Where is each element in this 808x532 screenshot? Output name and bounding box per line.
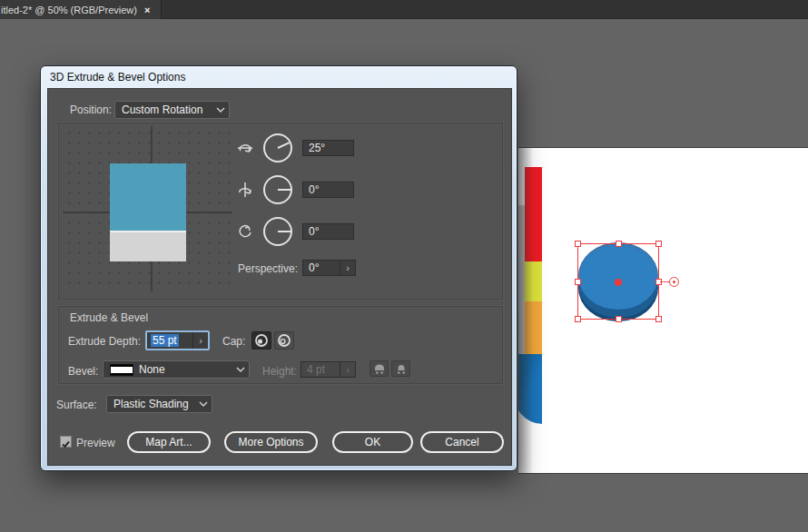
preview-checkbox[interactable]	[60, 436, 72, 448]
dial-needle	[278, 189, 291, 191]
track-cube-face[interactable]	[110, 163, 186, 231]
surface-value: Plastic Shading	[113, 398, 199, 410]
stepper-arrow-icon: ›	[346, 364, 350, 375]
document-tab-bar: itled-2* @ 50% (RGB/Preview) ×	[0, 0, 808, 19]
dial-needle	[278, 231, 291, 232]
map-art-button[interactable]: Map Art...	[127, 431, 211, 453]
extrude-depth-label: Extrude Depth:	[68, 335, 141, 348]
ok-button[interactable]: OK	[332, 431, 413, 453]
selection-handle-middle-left[interactable]	[575, 279, 581, 285]
dialog-drop-shadow	[518, 148, 533, 473]
bevel-extent-out-button	[370, 360, 389, 377]
cap-off-icon	[276, 333, 292, 348]
rotate-z-input[interactable]: 0°	[302, 223, 354, 240]
selection-handle-top-center[interactable]	[616, 241, 622, 247]
bevel-preview-swatch	[110, 364, 133, 376]
dialog-title: 3D Extrude & Bevel Options	[50, 71, 185, 84]
chevron-down-icon	[236, 367, 245, 373]
document-tab-title: itled-2* @ 50% (RGB/Preview)	[0, 5, 137, 15]
height-input: 4 pt	[301, 361, 340, 378]
selection-center-point[interactable]	[615, 279, 622, 286]
height-popup-arrow: ›	[340, 361, 356, 378]
height-label: Height:	[262, 365, 297, 378]
cancel-button[interactable]: Cancel	[420, 431, 504, 453]
cap-on-button[interactable]	[251, 331, 271, 350]
selection-handle-top-left[interactable]	[575, 241, 581, 247]
rotate-z-dial[interactable]	[263, 217, 292, 246]
selection-handle-bottom-right[interactable]	[655, 316, 662, 322]
rotate-x-axis-icon	[237, 140, 253, 156]
perspective-popup-arrow[interactable]: ›	[340, 260, 356, 276]
dialog-content: Position: Custom Rotation 25°	[47, 88, 512, 466]
rotate-x-dial[interactable]	[263, 133, 292, 163]
extrude-bevel-panel: Extrude & Bevel Extrude Depth: 55 pt › C…	[58, 306, 503, 384]
extrude-depth-input[interactable]: 55 pt ›	[145, 330, 210, 350]
rotate-x-value: 25°	[309, 142, 325, 154]
dial-needle	[278, 142, 291, 149]
rotate-y-axis-icon	[237, 182, 253, 198]
perspective-value: 0°	[309, 261, 319, 274]
bevel-extent-in-icon	[395, 363, 408, 374]
rotate-y-dial[interactable]	[263, 175, 292, 204]
chevron-down-icon	[216, 107, 225, 113]
tab-close-icon[interactable]: ×	[144, 5, 150, 15]
rotate-y-input[interactable]: 0°	[302, 182, 354, 198]
bevel-extent-out-icon	[373, 363, 386, 374]
extrude-bevel-header: Extrude & Bevel	[70, 311, 148, 324]
cap-on-icon	[253, 333, 270, 348]
extrude-bevel-dialog: 3D Extrude & Bevel Options Position: Cus…	[40, 65, 517, 471]
rotation-panel: 25° 0° 0°	[58, 123, 503, 300]
perspective-label: Perspective:	[168, 262, 298, 275]
position-dropdown[interactable]: Custom Rotation	[114, 101, 230, 119]
checkmark-icon	[61, 439, 71, 449]
position-label: Position:	[48, 103, 112, 116]
chevron-down-icon	[199, 401, 208, 408]
cap-label: Cap:	[222, 335, 245, 348]
dialog-title-bar[interactable]: 3D Extrude & Bevel Options	[41, 66, 517, 88]
stepper-arrow-icon: ›	[346, 262, 350, 273]
document-tab[interactable]: itled-2* @ 50% (RGB/Preview) ×	[0, 0, 162, 19]
artboard	[518, 147, 808, 474]
cap-off-button[interactable]	[274, 331, 294, 350]
rotate-z-value: 0°	[309, 225, 319, 238]
selection-handle-top-right[interactable]	[655, 241, 662, 247]
position-value: Custom Rotation	[122, 103, 216, 116]
bevel-value: None	[139, 363, 236, 376]
stepper-arrow-icon: ›	[199, 335, 202, 346]
bevel-dropdown[interactable]: None	[103, 360, 250, 379]
rotate-widget-icon[interactable]	[669, 277, 679, 287]
more-options-button[interactable]: More Options	[224, 431, 318, 453]
surface-dropdown[interactable]: Plastic Shading	[106, 395, 212, 413]
selection-handle-bottom-left[interactable]	[575, 316, 581, 322]
track-cube-side[interactable]	[110, 231, 186, 261]
extrude-depth-popup-arrow[interactable]: ›	[192, 332, 208, 349]
perspective-input[interactable]: 0°	[302, 260, 340, 276]
extrude-depth-value: 55 pt	[151, 334, 179, 347]
preview-label: Preview	[76, 437, 115, 449]
rotate-z-axis-icon	[237, 223, 253, 240]
selection-handle-bottom-center[interactable]	[616, 316, 622, 322]
selection-connector-line	[660, 281, 669, 282]
rotate-y-value: 0°	[309, 183, 319, 196]
bevel-label: Bevel:	[68, 365, 98, 378]
height-value: 4 pt	[307, 363, 325, 376]
surface-label: Surface:	[56, 399, 97, 411]
bevel-extent-in-button	[391, 360, 410, 377]
rotate-x-input[interactable]: 25°	[302, 140, 354, 156]
